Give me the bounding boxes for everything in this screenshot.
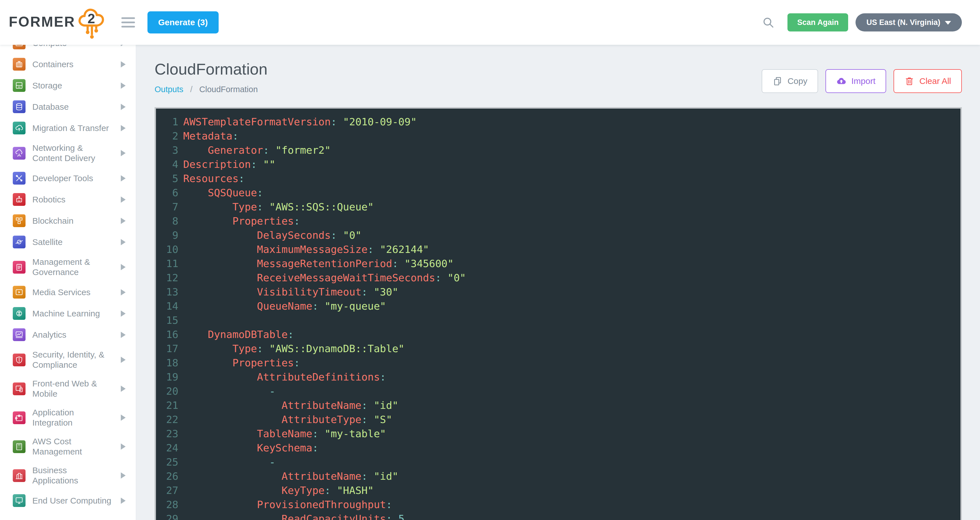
breadcrumb-link-outputs[interactable]: Outputs xyxy=(154,85,183,94)
sidebar-item-label: Networking & Content Delivery xyxy=(32,143,114,163)
region-selector[interactable]: US East (N. Virginia) xyxy=(856,13,962,32)
media-icon xyxy=(13,286,25,299)
line-number: 18 xyxy=(156,356,178,370)
sidebar-item-robotics[interactable]: Robotics xyxy=(0,189,136,210)
line-number: 5 xyxy=(156,172,178,186)
chevron-right-icon xyxy=(121,289,126,296)
copy-button[interactable]: Copy xyxy=(762,69,818,93)
sidebar-nav: ComputeContainersStorageDatabaseMigratio… xyxy=(0,45,136,511)
line-number: 9 xyxy=(156,228,178,242)
satellite-icon xyxy=(13,235,25,248)
chevron-right-icon xyxy=(121,197,126,203)
code-line: 28 ProvisionedThroughput: xyxy=(156,498,961,512)
clear-all-button[interactable]: Clear All xyxy=(894,69,962,93)
puzzle-icon xyxy=(13,412,25,424)
server-icon xyxy=(13,45,25,49)
action-buttons: Copy Import Clear All xyxy=(762,69,962,93)
code-line: 19 AttributeDefinitions: xyxy=(156,370,961,384)
code-line: 7 Type: "AWS::SQS::Queue" xyxy=(156,200,961,214)
line-number: 27 xyxy=(156,483,178,498)
sidebar-item-label: Database xyxy=(32,102,114,112)
sidebar-item-storage[interactable]: Storage xyxy=(0,75,136,96)
line-number: 14 xyxy=(156,299,178,313)
sidebar-item-label: Containers xyxy=(32,59,114,70)
code-text: VisibilityTimeout: "30" xyxy=(178,285,398,299)
chevron-right-icon xyxy=(121,444,126,450)
sidebar-item-blockchain[interactable]: Blockchain xyxy=(0,210,136,231)
chevron-right-icon xyxy=(121,332,126,338)
code-text: AttributeDefinitions: xyxy=(178,370,386,384)
search-icon[interactable] xyxy=(762,16,775,29)
code-line: 2Metadata: xyxy=(156,129,961,143)
sidebar-item-label: Application Integration xyxy=(32,407,114,428)
code-line: 4Description: "" xyxy=(156,157,961,172)
code-line: 17 Type: "AWS::DynamoDB::Table" xyxy=(156,342,961,356)
sidebar-item-developer-tools[interactable]: Developer Tools xyxy=(0,168,136,189)
app-header: FORMER 2 Generate (3) Scan Again US East… xyxy=(0,0,980,45)
line-number: 1 xyxy=(156,115,178,129)
sidebar-item-analytics[interactable]: Analytics xyxy=(0,324,136,345)
code-text: KeyType: "HASH" xyxy=(178,483,374,498)
code-text: ProvisionedThroughput: xyxy=(178,498,392,512)
code-text: DelaySeconds: "0" xyxy=(178,228,361,242)
sidebar-item-database[interactable]: Database xyxy=(0,96,136,118)
sidebar-item-aws-cost[interactable]: AWS Cost Management xyxy=(0,432,136,461)
chevron-right-icon xyxy=(121,415,126,421)
sidebar-item-migration-transfer[interactable]: Migration & Transfer xyxy=(0,118,136,138)
sidebar-item-business[interactable]: Business Applications xyxy=(0,461,136,490)
chevron-right-icon xyxy=(121,357,126,363)
code-text: ReceiveMessageWaitTimeSeconds: "0" xyxy=(178,271,466,285)
sidebar-item-label: Media Services xyxy=(32,287,114,297)
devices-icon xyxy=(13,382,25,395)
sidebar-item-media-services[interactable]: Media Services xyxy=(0,281,136,303)
chevron-right-icon xyxy=(121,472,126,479)
chevron-right-icon xyxy=(121,83,126,89)
line-number: 7 xyxy=(156,200,178,214)
sidebar-item-end-user-computing[interactable]: End User Computing xyxy=(0,490,136,511)
code-text: AttributeType: "S" xyxy=(178,413,392,427)
sidebar-item-management[interactable]: Management & Governance xyxy=(0,253,136,281)
sidebar-item-machine-learning[interactable]: Machine Learning xyxy=(0,303,136,324)
code-line: 14 QueueName: "my-queue" xyxy=(156,299,961,313)
chevron-right-icon xyxy=(121,61,126,67)
code-text: AttributeName: "id" xyxy=(178,469,398,483)
sidebar-item-application[interactable]: Application Integration xyxy=(0,403,136,432)
chevron-right-icon xyxy=(121,239,126,245)
sidebar-item-satellite[interactable]: Satellite xyxy=(0,231,136,253)
copy-icon xyxy=(772,76,783,86)
chevron-right-icon xyxy=(121,386,126,392)
sidebar-item-security-identity[interactable]: Security, Identity, & Compliance xyxy=(0,345,136,374)
sidebar-item-front-end-web[interactable]: Front-end Web & Mobile xyxy=(0,374,136,403)
sidebar-item-compute[interactable]: Compute xyxy=(0,45,136,54)
brand-logo[interactable]: FORMER 2 xyxy=(9,4,107,41)
code-editor[interactable]: 1AWSTemplateFormatVersion: "2010-09-09"2… xyxy=(154,107,962,520)
code-lines: 1AWSTemplateFormatVersion: "2010-09-09"2… xyxy=(156,115,961,520)
chevron-right-icon xyxy=(121,104,126,110)
menu-toggle-button[interactable] xyxy=(119,14,138,30)
line-number: 12 xyxy=(156,271,178,285)
line-number: 28 xyxy=(156,498,178,512)
code-line: 24 KeySchema: xyxy=(156,441,961,455)
import-button[interactable]: Import xyxy=(826,69,886,93)
line-number: 16 xyxy=(156,328,178,342)
sidebar-item-containers[interactable]: Containers xyxy=(0,54,136,75)
chevron-right-icon xyxy=(121,218,126,224)
caret-down-icon xyxy=(945,21,951,25)
sidebar-item-label: AWS Cost Management xyxy=(32,436,114,457)
line-number: 25 xyxy=(156,455,178,469)
code-text: TableName: "my-table" xyxy=(178,427,386,441)
breadcrumb-current: CloudFormation xyxy=(199,85,258,94)
code-text: - xyxy=(178,384,275,398)
line-number: 17 xyxy=(156,342,178,356)
code-text: DynamoDBTable: xyxy=(178,328,294,342)
scan-again-button[interactable]: Scan Again xyxy=(788,13,848,32)
generate-button[interactable]: Generate (3) xyxy=(148,11,219,33)
page-head: CloudFormation Outputs / CloudFormation … xyxy=(154,60,962,94)
monitor-icon xyxy=(13,494,25,507)
main-content: CloudFormation Outputs / CloudFormation … xyxy=(136,45,980,520)
sidebar-item-networking[interactable]: Networking & Content Delivery xyxy=(0,138,136,168)
shield-icon xyxy=(13,353,25,366)
code-text: Generator: "former2" xyxy=(178,143,331,157)
sidebar-item-label: Machine Learning xyxy=(32,309,114,319)
sidebar-item-label: Storage xyxy=(32,81,114,91)
